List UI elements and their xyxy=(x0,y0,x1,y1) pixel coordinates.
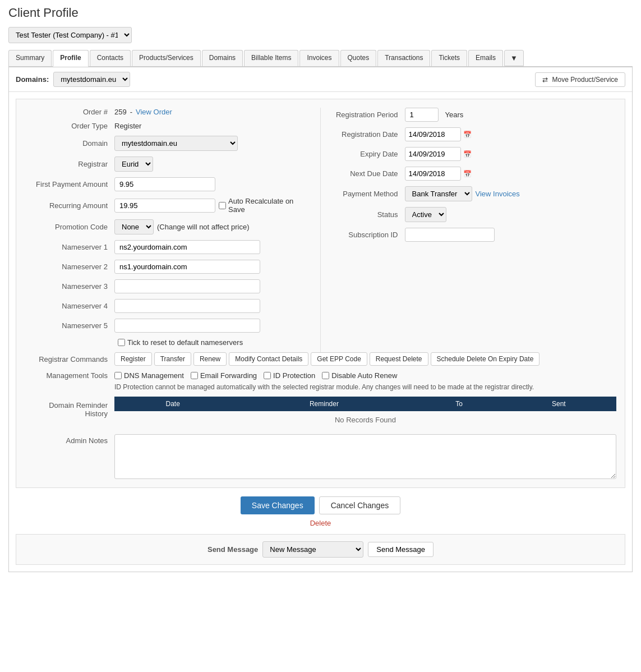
reminder-section: Domain Reminder History Date Reminder To… xyxy=(25,397,616,429)
dns-management-checkbox[interactable] xyxy=(114,372,122,379)
expiry-date-calendar-icon[interactable]: 📅 xyxy=(463,150,472,158)
id-protection-checkbox[interactable] xyxy=(264,372,271,379)
status-select[interactable]: Active xyxy=(405,207,446,222)
order-type-label: Order Type xyxy=(25,122,114,130)
reg-date-value: 📅 xyxy=(405,127,472,141)
reg-date-row: Registration Date 📅 xyxy=(332,127,617,141)
admin-notes-textarea[interactable] xyxy=(114,434,616,479)
nameserver4-row: Nameserver 4 xyxy=(25,299,309,313)
expiry-date-input[interactable] xyxy=(405,147,461,161)
tab-invoices[interactable]: Invoices xyxy=(299,50,339,66)
nameserver3-row: Nameserver 3 xyxy=(25,279,309,293)
tab-contacts[interactable]: Contacts xyxy=(90,50,131,66)
nameserver5-row: Nameserver 5 xyxy=(25,319,309,333)
domain-field-select[interactable]: mytestdomain.eu xyxy=(114,136,238,151)
tab-bar: Summary Profile Contacts Products/Servic… xyxy=(8,50,633,67)
client-selector-row: Test Tester (Test Company) - #1 xyxy=(8,27,633,43)
cmd-request-delete-button[interactable]: Request Delete xyxy=(370,352,428,366)
move-product-service-button[interactable]: ⇄ Move Product/Service xyxy=(535,72,625,87)
auto-recalculate-checkbox[interactable] xyxy=(219,202,226,209)
promotion-select[interactable]: None xyxy=(114,219,154,234)
order-value-row: 259 - View Order xyxy=(114,108,309,116)
reg-date-calendar-icon[interactable]: 📅 xyxy=(463,131,472,139)
view-order-link[interactable]: View Order xyxy=(136,108,172,116)
tab-profile[interactable]: Profile xyxy=(53,50,88,67)
reminder-table: Date Reminder To Sent No Records Found xyxy=(114,397,616,429)
reminder-col-sent: Sent xyxy=(501,397,616,411)
reg-period-input[interactable] xyxy=(405,108,439,122)
recurring-input[interactable] xyxy=(114,199,215,213)
delete-link[interactable]: Delete xyxy=(9,519,632,527)
tab-products-services[interactable]: Products/Services xyxy=(132,50,201,66)
tab-billable-items[interactable]: Billable Items xyxy=(244,50,298,66)
cmd-transfer-button[interactable]: Transfer xyxy=(154,352,191,366)
cmd-modify-contact-button[interactable]: Modify Contact Details xyxy=(229,352,308,366)
view-invoices-link[interactable]: View Invoices xyxy=(476,190,520,198)
tab-quotes[interactable]: Quotes xyxy=(340,50,377,66)
management-tools-label: Management Tools xyxy=(25,371,114,380)
status-label: Status xyxy=(332,210,405,219)
expiry-date-label: Expiry Date xyxy=(332,150,405,158)
client-selector[interactable]: Test Tester (Test Company) - #1 xyxy=(8,27,132,43)
tick-reset-label: Tick to reset to default nameservers xyxy=(118,338,243,347)
tab-domains[interactable]: Domains xyxy=(202,50,243,66)
cmd-schedule-delete-button[interactable]: Schedule Delete On Expiry Date xyxy=(431,352,540,366)
reg-date-label: Registration Date xyxy=(332,130,405,139)
disable-auto-renew-checkbox[interactable] xyxy=(322,372,329,379)
tab-tickets[interactable]: Tickets xyxy=(431,50,467,66)
reminder-col-date: Date xyxy=(114,397,231,411)
cmd-register-button[interactable]: Register xyxy=(114,352,152,366)
order-type-row: Order Type Register xyxy=(25,122,309,130)
registrar-commands-buttons: Register Transfer Renew Modify Contact D… xyxy=(114,352,539,366)
email-forwarding-checkbox[interactable] xyxy=(191,372,198,379)
subscription-id-label: Subscription ID xyxy=(332,231,405,239)
reg-date-input[interactable] xyxy=(405,127,461,141)
subscription-id-input[interactable] xyxy=(405,228,495,242)
next-due-value: 📅 xyxy=(405,167,472,181)
reg-period-label: Registration Period xyxy=(332,111,405,119)
expiry-date-row: Expiry Date 📅 xyxy=(332,147,617,161)
nameserver3-input[interactable] xyxy=(114,279,260,293)
nameserver1-input[interactable] xyxy=(114,240,260,254)
cmd-get-epp-button[interactable]: Get EPP Code xyxy=(311,352,367,366)
tab-more-button[interactable]: ▼ xyxy=(504,50,524,66)
subscription-id-row: Subscription ID xyxy=(332,228,617,242)
nameserver5-input[interactable] xyxy=(114,319,260,333)
status-value: Active xyxy=(405,207,617,222)
dns-management-text: DNS Management xyxy=(124,371,184,380)
domain-row: Domain mytestdomain.eu xyxy=(25,136,309,151)
nameserver2-input[interactable] xyxy=(114,260,260,274)
domain-bar: Domains: mytestdomain.eu ⇄ Move Product/… xyxy=(9,67,632,92)
admin-notes-label: Admin Notes xyxy=(25,434,114,445)
auto-recalculate-text: Auto Recalculate on Save xyxy=(228,197,309,214)
cmd-renew-button[interactable]: Renew xyxy=(193,352,227,366)
payment-method-value: Bank Transfer View Invoices xyxy=(405,186,520,201)
first-payment-value xyxy=(114,177,309,191)
domains-label: Domains: xyxy=(16,75,49,84)
nameserver3-label: Nameserver 3 xyxy=(25,282,114,291)
send-message-select[interactable]: New Message xyxy=(262,541,363,558)
domain-select[interactable]: mytestdomain.eu xyxy=(53,72,130,87)
cancel-changes-button[interactable]: Cancel Changes xyxy=(319,496,401,514)
next-due-input[interactable] xyxy=(405,167,461,181)
tick-reset-checkbox[interactable] xyxy=(118,339,125,346)
id-protection-tool: ID Protection xyxy=(264,371,315,380)
payment-method-select[interactable]: Bank Transfer xyxy=(405,186,472,201)
save-changes-button[interactable]: Save Changes xyxy=(241,496,315,514)
tab-emails[interactable]: Emails xyxy=(468,50,503,66)
nameserver4-label: Nameserver 4 xyxy=(25,302,114,310)
domain-field-label: Domain xyxy=(25,139,114,148)
registrar-select[interactable]: Eurid xyxy=(114,157,153,172)
nameserver2-label: Nameserver 2 xyxy=(25,263,114,271)
tab-transactions[interactable]: Transactions xyxy=(377,50,430,66)
registrar-commands-label: Registrar Commands xyxy=(25,355,114,363)
admin-notes-row: Admin Notes xyxy=(25,434,616,479)
nameserver4-input[interactable] xyxy=(114,299,260,313)
dns-management-tool: DNS Management xyxy=(114,371,184,380)
registrar-commands-row: Registrar Commands Register Transfer Ren… xyxy=(25,352,616,366)
expiry-date-value: 📅 xyxy=(405,147,472,161)
first-payment-input[interactable] xyxy=(114,177,215,191)
send-message-button[interactable]: Send Message xyxy=(368,542,434,557)
next-due-calendar-icon[interactable]: 📅 xyxy=(463,170,472,178)
tab-summary[interactable]: Summary xyxy=(8,50,52,66)
